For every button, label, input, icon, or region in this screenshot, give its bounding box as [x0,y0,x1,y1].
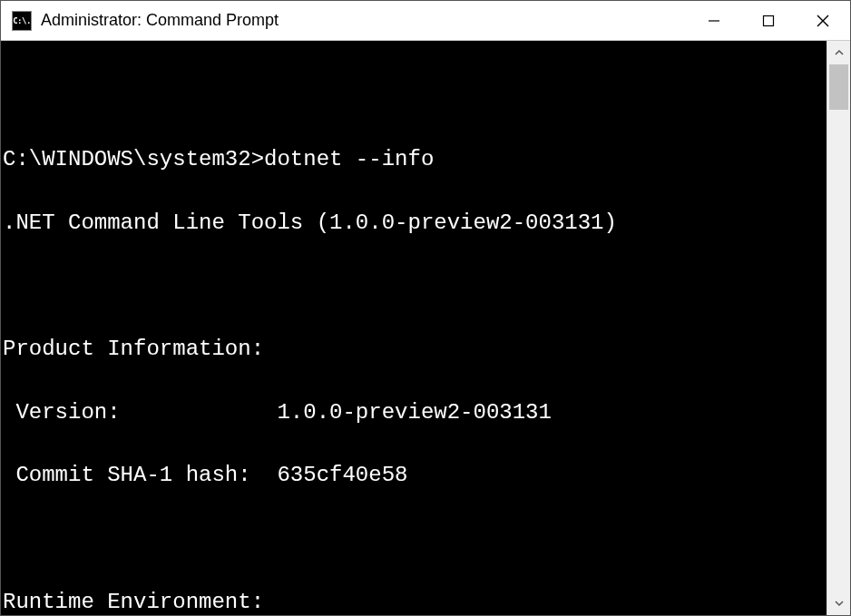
command-prompt-window: C:\. Administrator: Command Prompt [0,0,851,616]
terminal-output[interactable]: C:\WINDOWS\system32>dotnet --info .NET C… [1,41,827,615]
close-button[interactable] [796,1,850,40]
maximize-icon [762,15,775,27]
runtime-env-heading: Runtime Environment: [3,587,825,615]
scroll-track[interactable] [827,64,850,592]
blank-line [3,271,825,303]
value: 1.0.0-preview2-003131 [277,397,551,429]
close-icon [816,14,830,28]
minimize-icon [708,15,720,27]
label: Version: [3,397,277,429]
cmd-app-icon: C:\. [12,11,32,31]
scroll-down-button[interactable] [827,592,850,615]
blank-line [3,523,825,555]
scroll-up-button[interactable] [827,41,850,64]
chevron-down-icon [834,598,845,609]
prompt-path: C:\WINDOWS\system32> [3,147,264,171]
prompt-line-1: C:\WINDOWS\system32>dotnet --info [3,144,825,176]
window-title: Administrator: Command Prompt [41,11,687,30]
maximize-button[interactable] [741,1,796,40]
typed-command: dotnet --info [264,147,434,171]
scroll-thumb[interactable] [829,64,848,110]
product-version-row: Version: 1.0.0-preview2-003131 [3,397,825,429]
tool-header: .NET Command Line Tools (1.0.0-preview2-… [3,208,825,240]
chevron-up-icon [834,47,845,58]
window-controls [687,1,850,40]
minimize-button[interactable] [687,1,741,40]
titlebar[interactable]: C:\. Administrator: Command Prompt [1,1,850,41]
value: 635cf40e58 [277,460,407,492]
blank-line [3,82,825,113]
product-info-heading: Product Information: [3,334,825,366]
product-sha-row: Commit SHA-1 hash: 635cf40e58 [3,460,825,492]
svg-rect-1 [764,15,774,25]
label: Commit SHA-1 hash: [3,460,277,492]
cmd-app-icon-text: C:\. [13,16,31,25]
terminal-area: C:\WINDOWS\system32>dotnet --info .NET C… [1,41,850,615]
vertical-scrollbar[interactable] [827,41,850,615]
